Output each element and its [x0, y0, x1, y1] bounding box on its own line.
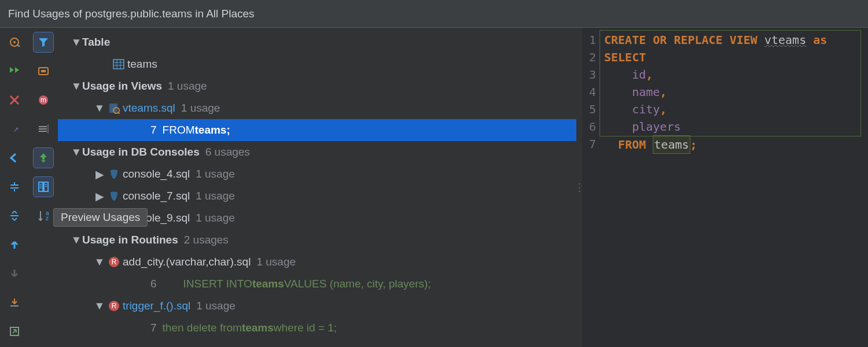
- group-by-method-icon[interactable]: m: [34, 90, 53, 110]
- node-table[interactable]: ▼ Table: [58, 31, 576, 53]
- svg-point-1: [13, 41, 16, 43]
- sort-alpha-icon[interactable]: az: [34, 206, 53, 226]
- title-text: Find Usages of postgres.public.teams in …: [8, 8, 255, 20]
- node-trigger-line7[interactable]: 7 then delete from teams where id = 1;: [58, 317, 576, 339]
- sql-file-icon: [105, 102, 123, 114]
- svg-text:m: m: [41, 96, 46, 104]
- splitter[interactable]: ⋮: [576, 28, 582, 347]
- svg-rect-3: [10, 305, 19, 307]
- gutter-secondary: m az Preview Usages: [29, 28, 58, 347]
- usage-tree[interactable]: ▼ Table teams ▼ Usage in Views 1 usage ▼…: [58, 28, 576, 347]
- rerun-icon[interactable]: [5, 61, 24, 81]
- node-usage-routines[interactable]: ▼ Usage in Routines 2 usages: [58, 229, 576, 251]
- routine-icon: R: [105, 300, 123, 312]
- svg-text:R: R: [112, 302, 117, 310]
- window-title: Find Usages of postgres.public.teams in …: [0, 0, 868, 28]
- filter-icon[interactable]: [34, 32, 53, 52]
- routine-icon: R: [105, 256, 123, 268]
- svg-rect-13: [113, 60, 124, 69]
- postgres-icon: [105, 168, 123, 180]
- node-vteams-line7[interactable]: 7 FROM teams;: [58, 119, 576, 141]
- preview-editor[interactable]: 1 2 3 4 5 6 7 CREATE OR REPLACE VIEW vte…: [582, 28, 868, 347]
- table-icon: [110, 59, 127, 69]
- node-addcity-file[interactable]: ▼ R add_city.(varchar,char).sql 1 usage: [58, 251, 576, 273]
- svg-rect-10: [44, 182, 48, 191]
- svg-rect-6: [41, 70, 46, 72]
- settings-icon[interactable]: [5, 32, 24, 52]
- node-addcity-line6[interactable]: 6 INSERT INTO teams VALUES (name, city, …: [58, 273, 576, 295]
- export-icon[interactable]: [5, 293, 24, 312]
- node-usage-views[interactable]: ▼ Usage in Views 1 usage: [58, 75, 576, 97]
- tooltip-preview-usages: Preview Usages: [53, 208, 148, 227]
- group-by-module-icon[interactable]: [34, 61, 53, 81]
- svg-text:R: R: [112, 258, 117, 266]
- collapse-all-icon[interactable]: [5, 206, 24, 226]
- code-area[interactable]: CREATE OR REPLACE VIEW vteams as SELECT …: [599, 28, 868, 347]
- node-vteams-file[interactable]: ▼ vteams.sql 1 usage: [58, 97, 576, 119]
- svg-text:z: z: [46, 215, 49, 222]
- back-icon[interactable]: [5, 148, 24, 168]
- node-table-teams[interactable]: teams: [58, 53, 576, 75]
- node-console4[interactable]: ▶ console_4.sql 1 usage: [58, 163, 576, 185]
- postgres-icon: [105, 190, 123, 202]
- show-import-icon[interactable]: [34, 119, 53, 139]
- down-icon[interactable]: [5, 264, 24, 283]
- close-icon[interactable]: [5, 90, 24, 110]
- expand-all-icon[interactable]: [5, 177, 24, 197]
- main-content: m az Preview Usages ▼ Table team: [0, 28, 868, 347]
- preview-icon[interactable]: [34, 177, 53, 197]
- pin-icon[interactable]: [5, 119, 24, 139]
- node-console7[interactable]: ▶ console_7.sql 1 usage: [58, 185, 576, 207]
- node-usage-db-consoles[interactable]: ▼ Usage in DB Consoles 6 usages: [58, 141, 576, 163]
- gutter-primary: [0, 28, 29, 347]
- autoscroll-icon[interactable]: [34, 148, 53, 168]
- node-trigger-file[interactable]: ▼ R trigger_f.().sql 1 usage: [58, 295, 576, 317]
- svg-rect-9: [39, 182, 43, 191]
- up-icon[interactable]: [5, 235, 24, 254]
- line-numbers: 1 2 3 4 5 6 7: [582, 28, 599, 347]
- open-new-tab-icon[interactable]: [5, 322, 24, 341]
